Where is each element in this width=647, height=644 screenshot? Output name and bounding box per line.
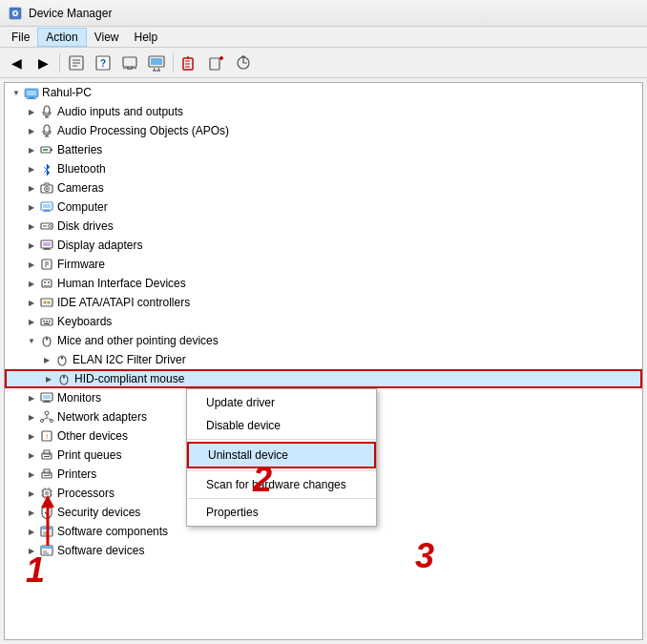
menu-help[interactable]: Help bbox=[127, 29, 166, 46]
expand-software-devices[interactable]: ▶ bbox=[24, 543, 39, 558]
toolbar-properties[interactable] bbox=[64, 52, 89, 74]
expand-network[interactable]: ▶ bbox=[24, 409, 39, 425]
tree-software-devices[interactable]: ▶ Software devices bbox=[5, 541, 642, 560]
expand-ide[interactable]: ▶ bbox=[24, 295, 39, 310]
expand-computer[interactable]: ▶ bbox=[24, 199, 39, 215]
tree-mice[interactable]: ▼ Mice and other pointing devices bbox=[5, 331, 642, 350]
toolbar: ◀ ▶ ? bbox=[0, 48, 647, 78]
tree-keyboards[interactable]: ▶ Keyboards bbox=[5, 312, 642, 331]
expand-cameras[interactable]: ▶ bbox=[24, 180, 39, 196]
tree-computer[interactable]: ▶ Computer bbox=[5, 197, 642, 217]
svg-point-83 bbox=[45, 411, 49, 415]
toolbar-display-grid[interactable] bbox=[117, 52, 142, 74]
toolbar-remove[interactable] bbox=[204, 52, 229, 74]
device-tree-panel[interactable]: ▼ Rahul-PC ▶ A bbox=[4, 82, 643, 640]
ctx-uninstall-device[interactable]: Uninstall device bbox=[187, 442, 376, 468]
computer-label: Computer bbox=[57, 200, 108, 214]
disk-drives-label: Disk drives bbox=[57, 219, 114, 233]
context-menu: Update driver Disable device Uninstall d… bbox=[186, 388, 377, 527]
tree-ide[interactable]: ▶ IDE ATA/ATAPI controllers bbox=[5, 293, 642, 312]
root-icon bbox=[24, 85, 39, 100]
expand-hid-mouse[interactable]: ▶ bbox=[41, 371, 56, 386]
network-icon bbox=[39, 409, 54, 425]
audio-proc-icon bbox=[39, 123, 54, 138]
svg-rect-66 bbox=[43, 321, 45, 322]
bluetooth-label: Bluetooth bbox=[57, 162, 106, 176]
expand-disk-drives[interactable]: ▶ bbox=[24, 218, 39, 234]
expand-firmware[interactable]: ▶ bbox=[24, 257, 39, 272]
expand-monitors[interactable]: ▶ bbox=[24, 390, 39, 405]
expand-processors[interactable]: ▶ bbox=[24, 486, 39, 501]
toolbar-forward[interactable]: ▶ bbox=[31, 52, 55, 74]
ctx-scan-changes[interactable]: Scan for hardware changes bbox=[187, 473, 376, 496]
audio-proc-label: Audio Processing Objects (APOs) bbox=[57, 124, 229, 137]
svg-point-98 bbox=[49, 473, 51, 475]
tree-bluetooth[interactable]: ▶ Bluetooth bbox=[5, 159, 642, 178]
tree-hid[interactable]: ▶ Human Interface Devices bbox=[5, 274, 642, 293]
svg-rect-93 bbox=[44, 456, 50, 457]
menu-action[interactable]: Action bbox=[37, 28, 86, 47]
expand-elan[interactable]: ▶ bbox=[39, 352, 54, 367]
svg-rect-114 bbox=[41, 546, 52, 549]
keyboards-icon bbox=[39, 314, 54, 329]
tree-hid-mouse[interactable]: ▶ HID-compliant mouse bbox=[5, 369, 642, 388]
svg-rect-23 bbox=[210, 58, 219, 70]
expand-hid[interactable]: ▶ bbox=[24, 276, 39, 291]
svg-point-78 bbox=[63, 376, 65, 378]
expand-audio-inputs[interactable]: ▶ bbox=[24, 104, 39, 119]
expand-other-devices[interactable]: ▶ bbox=[24, 428, 39, 444]
svg-rect-81 bbox=[44, 401, 50, 402]
tree-root[interactable]: ▼ Rahul-PC bbox=[5, 83, 642, 102]
svg-rect-100 bbox=[45, 491, 49, 495]
mice-icon bbox=[39, 333, 54, 348]
svg-point-60 bbox=[48, 281, 50, 283]
ctx-properties[interactable]: Properties bbox=[187, 501, 376, 524]
svg-rect-97 bbox=[44, 475, 50, 476]
menu-file[interactable]: File bbox=[4, 29, 37, 46]
expand-batteries[interactable]: ▶ bbox=[24, 142, 39, 157]
toolbar-search[interactable] bbox=[177, 52, 202, 74]
toolbar-help[interactable]: ? bbox=[91, 52, 115, 74]
other-devices-label: Other devices bbox=[57, 429, 128, 443]
ctx-update-driver[interactable]: Update driver bbox=[187, 391, 376, 414]
toolbar-back[interactable]: ◀ bbox=[4, 52, 29, 74]
processors-icon bbox=[39, 486, 54, 501]
tree-firmware[interactable]: ▶ Firmware bbox=[5, 255, 642, 274]
cameras-icon bbox=[39, 180, 54, 196]
svg-rect-38 bbox=[51, 149, 52, 151]
toolbar-update[interactable] bbox=[231, 52, 256, 74]
svg-rect-67 bbox=[46, 321, 48, 322]
expand-keyboards[interactable]: ▶ bbox=[24, 314, 39, 329]
expand-software-components[interactable]: ▶ bbox=[24, 524, 39, 539]
expand-display-adapters[interactable]: ▶ bbox=[24, 238, 39, 253]
software-components-label: Software components bbox=[57, 525, 168, 538]
expand-printers[interactable]: ▶ bbox=[24, 467, 39, 482]
keyboards-label: Keyboards bbox=[57, 315, 112, 328]
menu-view[interactable]: View bbox=[87, 29, 127, 46]
expand-security[interactable]: ▶ bbox=[24, 505, 39, 520]
svg-line-87 bbox=[42, 418, 47, 420]
tree-disk-drives[interactable]: ▶ Disk drives bbox=[5, 217, 642, 236]
expand-print-queues[interactable]: ▶ bbox=[24, 447, 39, 463]
tree-audio-inputs[interactable]: ▶ Audio inputs and outputs bbox=[5, 102, 642, 121]
tree-batteries[interactable]: ▶ Batteries bbox=[5, 140, 642, 159]
expand-mice[interactable]: ▼ bbox=[24, 333, 39, 348]
security-icon bbox=[39, 505, 54, 520]
hid-icon bbox=[39, 276, 54, 291]
expand-bluetooth[interactable]: ▶ bbox=[24, 161, 39, 177]
svg-point-63 bbox=[44, 301, 46, 303]
tree-audio-proc[interactable]: ▶ Audio Processing Objects (APOs) bbox=[5, 121, 642, 140]
svg-rect-69 bbox=[44, 323, 50, 325]
svg-rect-39 bbox=[43, 149, 48, 151]
ctx-disable-device[interactable]: Disable device bbox=[187, 414, 376, 437]
expand-audio-proc[interactable]: ▶ bbox=[24, 123, 39, 138]
toolbar-monitor[interactable] bbox=[144, 52, 169, 74]
audio-inputs-label: Audio inputs and outputs bbox=[57, 105, 183, 118]
svg-rect-45 bbox=[44, 210, 50, 211]
tree-elan[interactable]: ▶ ELAN I2C Filter Driver bbox=[5, 350, 642, 369]
svg-rect-30 bbox=[27, 98, 36, 99]
hid-label: Human Interface Devices bbox=[57, 277, 186, 290]
tree-display-adapters[interactable]: ▶ Display adapters bbox=[5, 236, 642, 255]
expand-root[interactable]: ▼ bbox=[9, 85, 24, 100]
tree-cameras[interactable]: ▶ Cameras bbox=[5, 178, 642, 197]
